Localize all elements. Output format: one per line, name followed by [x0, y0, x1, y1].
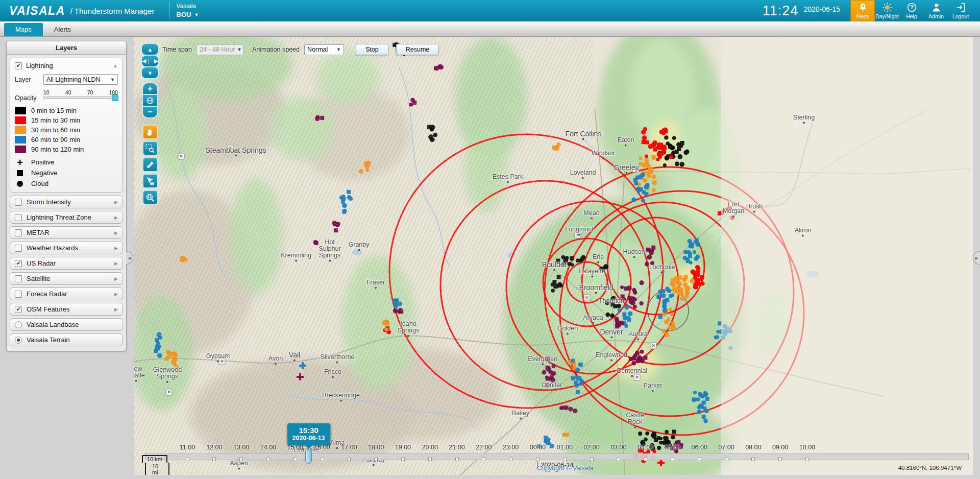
- plus-symbol-icon: +: [15, 159, 25, 166]
- checkbox-foreca-radar[interactable]: [15, 291, 22, 298]
- zoom-in-button[interactable]: +: [142, 82, 158, 95]
- main-tabbar: Maps Alerts: [0, 21, 980, 37]
- resume-button[interactable]: Resume: [396, 44, 439, 55]
- checkbox-osm-features[interactable]: ✔: [15, 306, 22, 313]
- lightning-dot: [624, 286, 628, 291]
- logout-button[interactable]: Logout: [948, 0, 973, 21]
- layer-row-osm-features[interactable]: ✔OSM Features▶: [10, 303, 123, 316]
- lightning-dot: [578, 363, 581, 366]
- lightning-dot: [657, 446, 661, 450]
- layer-row-foreca-radar[interactable]: Foreca Radar▶: [10, 288, 123, 300]
- checkbox-us-radar[interactable]: ✔: [15, 260, 22, 267]
- lightning-dot: [635, 351, 640, 355]
- pan-up-button[interactable]: ▲: [141, 43, 159, 56]
- timeline-tick: [509, 458, 512, 461]
- lightning-dot: [674, 289, 678, 293]
- layer-row-vaisala-terrain[interactable]: Vaisala Terrain: [10, 333, 123, 346]
- checkbox-metar[interactable]: [15, 229, 22, 236]
- symbol-label: Positive: [31, 158, 55, 166]
- lightning-dot: [652, 156, 655, 160]
- select-info-tool[interactable]: [142, 174, 158, 188]
- lightning-dot: [571, 358, 575, 363]
- layer-select[interactable]: All Lightning NLDN ▼: [43, 74, 118, 85]
- pan-left-right-button[interactable]: ◀▶: [141, 55, 159, 67]
- stop-button[interactable]: Stop: [356, 44, 388, 55]
- expand-arrow-icon: ▶: [114, 246, 118, 251]
- lightning-checkbox[interactable]: ✔: [15, 62, 22, 69]
- timeline-tick: [644, 458, 647, 461]
- lightning-dot: [639, 280, 644, 285]
- zoom-area-tool[interactable]: [142, 190, 158, 205]
- lightning-dot: [559, 406, 564, 410]
- lightning-dot: [627, 316, 630, 320]
- zoom-out-button[interactable]: −: [142, 106, 158, 118]
- layer-row-weather-hazards[interactable]: Weather Hazards▶: [10, 242, 123, 254]
- checkbox-weather-hazards[interactable]: [15, 245, 22, 252]
- checkbox-satellite[interactable]: [15, 275, 22, 282]
- lightning-dot: [628, 296, 632, 300]
- world-view-button[interactable]: [142, 94, 158, 107]
- map-canvas[interactable]: Steamboat SpringsFort CollinsEatonWindso…: [134, 37, 973, 475]
- lightning-dot: [653, 450, 656, 453]
- lightning-dot: [642, 135, 647, 140]
- tab-maps[interactable]: Maps: [4, 23, 43, 36]
- pan-hand-tool[interactable]: [142, 125, 158, 139]
- layer-row-vaisala-landbase[interactable]: Vaisala Landbase: [10, 318, 123, 331]
- lightning-dot: [639, 156, 643, 160]
- measure-tool[interactable]: [142, 157, 158, 172]
- lightning-dot: [669, 308, 672, 312]
- lightning-dot: [536, 444, 541, 448]
- lightning-dot: [545, 383, 550, 388]
- symbol-label: Cloud: [31, 180, 48, 187]
- lightning-dot: [692, 398, 696, 402]
- site-code-dropdown[interactable]: BOU ▼: [177, 11, 199, 18]
- lightning-dot: [684, 275, 688, 279]
- lightning-dot: [570, 263, 574, 267]
- tab-alerts[interactable]: Alerts: [43, 23, 82, 36]
- question-icon: ?: [906, 2, 917, 13]
- lightning-dot: [365, 168, 369, 172]
- lightning-dot: [341, 200, 345, 204]
- radio-vaisala-landbase[interactable]: [15, 321, 22, 328]
- lightning-dot: [638, 448, 642, 452]
- lightning-dot: [636, 359, 641, 364]
- layer-row-label: Vaisala Terrain: [27, 336, 70, 344]
- lightning-dot: [698, 392, 702, 396]
- zoom-box-tool[interactable]: [142, 141, 158, 156]
- animation-speed-select[interactable]: Normal ▼: [304, 44, 344, 55]
- lightning-dot: [685, 150, 690, 154]
- alerts-label: Alerts: [856, 13, 870, 19]
- checkbox-lightning-threat-zone[interactable]: [15, 214, 22, 221]
- collapse-up-icon[interactable]: ▲: [113, 63, 118, 68]
- admin-button[interactable]: Admin: [924, 0, 948, 21]
- lightning-dot: [663, 308, 667, 313]
- app-title: / Thunderstorm Manager: [70, 7, 155, 15]
- lightning-dot: [620, 285, 624, 289]
- layer-row-lightning-threat-zone[interactable]: Lightning Threat Zone▶: [10, 211, 123, 224]
- opacity-slider-handle[interactable]: [112, 94, 118, 101]
- timeline-slider-handle[interactable]: [305, 449, 312, 464]
- lightning-dot: [639, 301, 643, 305]
- day-night-button[interactable]: Day/Night: [875, 0, 899, 21]
- legend-label: 0 min to 15 min: [31, 107, 77, 114]
- checkbox-storm-intensity[interactable]: [15, 199, 22, 206]
- opacity-slider-track[interactable]: [43, 97, 118, 99]
- time-span-select[interactable]: 24 - 48 Hour ▼: [197, 44, 243, 55]
- layer-row-metar[interactable]: METAR▶: [10, 226, 123, 239]
- lightning-dot: [644, 438, 648, 442]
- layer-row-us-radar[interactable]: ✔US Radar▶: [10, 257, 123, 270]
- layer-row-satellite[interactable]: Satellite▶: [10, 272, 123, 285]
- app-header: VAISALA / Thunderstorm Manager Vaisala B…: [0, 0, 980, 21]
- alerts-button[interactable]: 8 Alerts: [850, 0, 875, 21]
- lightning-dot: [652, 175, 656, 179]
- layer-row-storm-intensity[interactable]: Storm Intensity▶: [10, 196, 123, 208]
- lightning-dot: [689, 242, 694, 247]
- lightning-dot: [563, 258, 568, 263]
- radio-vaisala-terrain[interactable]: [15, 337, 22, 344]
- chevron-down-icon: ▼: [194, 12, 199, 17]
- pan-down-button[interactable]: ▼: [141, 66, 159, 79]
- lightning-dot: [643, 178, 647, 182]
- lightning-dot: [702, 415, 706, 419]
- help-button[interactable]: ? Help: [899, 0, 924, 21]
- svg-text:?: ?: [910, 4, 914, 10]
